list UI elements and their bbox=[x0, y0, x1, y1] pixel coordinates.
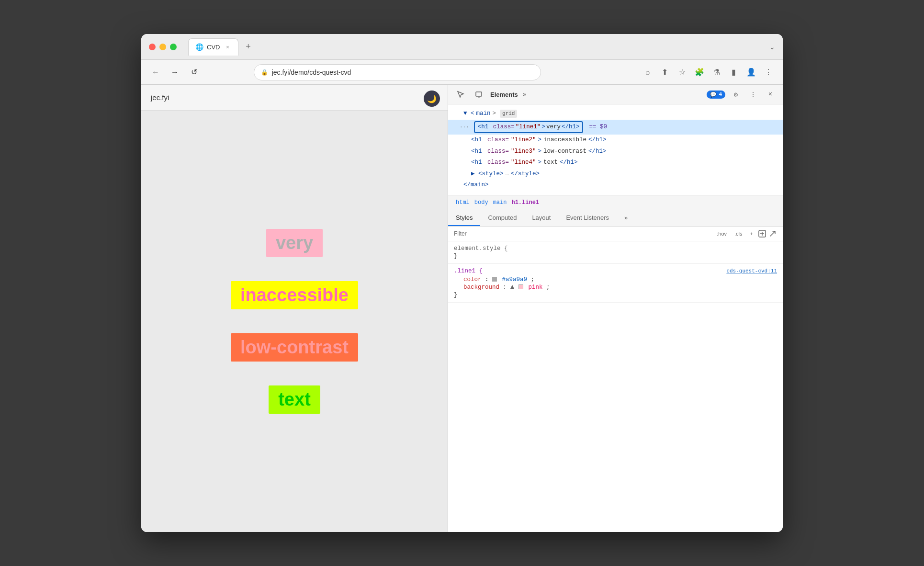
devtools-close-button[interactable]: × bbox=[764, 88, 777, 101]
profile-icon[interactable]: 👤 bbox=[744, 66, 758, 79]
extensions-icon[interactable]: 🧩 bbox=[693, 66, 706, 79]
device-toggle-button[interactable] bbox=[472, 88, 485, 101]
badge-icon: 💬 bbox=[710, 91, 717, 98]
tab-styles[interactable]: Styles bbox=[448, 210, 480, 226]
lock-icon: 🔒 bbox=[261, 69, 268, 76]
add-style-button[interactable]: + bbox=[747, 230, 756, 238]
more-tabs-button[interactable]: » bbox=[523, 91, 527, 98]
background-swatch-box bbox=[518, 284, 523, 289]
tabs-chevron-icon[interactable]: ⌄ bbox=[769, 43, 775, 51]
inspect-style-icon[interactable] bbox=[768, 229, 777, 238]
element-style-rule: element.style { } bbox=[448, 241, 783, 264]
background-prop-colon: : bbox=[503, 284, 510, 291]
dom-line-h1-line4[interactable]: <h1 class="line4" > text </h1> bbox=[448, 157, 783, 169]
sidebar-icon[interactable]: ▮ bbox=[727, 66, 741, 79]
filter-bar: :hov .cls + bbox=[448, 226, 783, 241]
style-tabs: Styles Computed Layout Event Listeners » bbox=[448, 210, 783, 226]
color-prop-colon: : bbox=[485, 276, 492, 283]
filter-input[interactable] bbox=[454, 230, 710, 237]
element-style-selector: element.style { bbox=[454, 245, 777, 252]
background-swatch-icon[interactable] bbox=[518, 284, 529, 291]
tab-title: CVD bbox=[207, 44, 220, 51]
reload-button[interactable]: ↺ bbox=[187, 66, 201, 79]
tab-event-listeners[interactable]: Event Listeners bbox=[558, 210, 617, 226]
svg-rect-0 bbox=[476, 92, 482, 96]
devtools-more-button[interactable]: ⋮ bbox=[746, 88, 760, 101]
breadcrumb-main[interactable]: main bbox=[491, 198, 509, 207]
devtools-settings-button[interactable]: ⚙ bbox=[729, 88, 743, 101]
tab-layout[interactable]: Layout bbox=[524, 210, 558, 226]
toolbar-icons: ⌕ ⬆ ☆ 🧩 ⚗ ▮ 👤 ⋮ bbox=[641, 66, 775, 79]
line1-rule-close: } bbox=[454, 292, 777, 298]
dom-line-h1-line1[interactable]: ··· <h1 class="line1" > very </h1> == $0 bbox=[448, 120, 783, 135]
color-prop-value: #a9a9a9 bbox=[502, 276, 528, 283]
dark-mode-toggle[interactable]: 🌙 bbox=[424, 91, 440, 107]
title-bar: 🌐 CVD × + ⌄ bbox=[141, 34, 783, 60]
page-site-name: jec.fyi bbox=[141, 85, 448, 111]
dom-tree: ▼ <main> grid ··· <h1 class="line1" > ve… bbox=[448, 104, 783, 195]
cls-filter-button[interactable]: .cls bbox=[732, 230, 745, 238]
line1-source[interactable]: cds-quest-cvd:11 bbox=[726, 268, 777, 274]
line1-selector: .line1 { bbox=[454, 268, 483, 274]
search-icon[interactable]: ⌕ bbox=[641, 66, 654, 79]
devtools-right-tools: 💬 4 ⚙ ⋮ × bbox=[707, 88, 777, 101]
tab-more[interactable]: » bbox=[617, 210, 635, 226]
color-property: color : #a9a9a9 ; bbox=[454, 276, 777, 283]
devtools-toolbar: Elements » 💬 4 ⚙ ⋮ × bbox=[448, 85, 783, 104]
page-content: jec.fyi very inaccessible low-contrast t… bbox=[141, 85, 448, 532]
labs-icon[interactable]: ⚗ bbox=[710, 66, 723, 79]
breadcrumb-html[interactable]: html bbox=[454, 198, 472, 207]
background-property: background : pink ; bbox=[454, 284, 777, 291]
word-text: text bbox=[269, 385, 320, 414]
page-body: very inaccessible low-contrast text bbox=[141, 111, 448, 532]
minimize-window-button[interactable] bbox=[159, 44, 166, 50]
content-area: jec.fyi very inaccessible low-contrast t… bbox=[141, 85, 783, 532]
breadcrumb-active[interactable]: h1.line1 bbox=[509, 198, 541, 207]
word-very: very bbox=[266, 229, 323, 257]
background-prop-value: pink bbox=[529, 284, 543, 291]
notifications-badge[interactable]: 💬 4 bbox=[707, 91, 725, 99]
address-bar: ← → ↺ 🔒 jec.fyi/demo/cds-quest-cvd ⌕ ⬆ ☆… bbox=[141, 60, 783, 85]
styles-panel[interactable]: :hov .cls + ele bbox=[448, 226, 783, 532]
color-swatch-icon[interactable] bbox=[492, 276, 502, 283]
back-button[interactable]: ← bbox=[149, 66, 162, 79]
share-icon[interactable]: ⬆ bbox=[658, 66, 672, 79]
bookmark-icon[interactable]: ☆ bbox=[676, 66, 689, 79]
dom-line-main-close[interactable]: </main> bbox=[448, 180, 783, 191]
color-prop-name: color bbox=[463, 276, 482, 283]
forward-button[interactable]: → bbox=[168, 66, 181, 79]
new-style-rule-icon[interactable] bbox=[758, 229, 766, 238]
breadcrumb: html body main h1.line1 bbox=[448, 195, 783, 210]
element-style-close: } bbox=[454, 253, 777, 260]
color-swatch-box bbox=[492, 277, 497, 282]
svg-rect-1 bbox=[478, 97, 480, 98]
dom-line-style[interactable]: ▶ <style> … </style> bbox=[448, 169, 783, 180]
url-bar[interactable]: 🔒 jec.fyi/demo/cds-quest-cvd bbox=[254, 64, 541, 80]
breadcrumb-body[interactable]: body bbox=[473, 198, 490, 207]
line1-style-rule: .line1 { cds-quest-cvd:11 color : #a9a9a… bbox=[448, 264, 783, 303]
tab-favicon-icon: 🌐 bbox=[195, 43, 203, 51]
browser-tab[interactable]: 🌐 CVD × bbox=[188, 38, 238, 56]
word-inaccessible: inaccessible bbox=[231, 281, 358, 309]
hov-filter-button[interactable]: :hov bbox=[714, 230, 730, 238]
moon-icon: 🌙 bbox=[427, 94, 437, 103]
elements-tab[interactable]: Elements bbox=[490, 91, 518, 98]
tab-close-button[interactable]: × bbox=[224, 43, 231, 51]
background-triangle-icon[interactable] bbox=[510, 284, 519, 291]
maximize-window-button[interactable] bbox=[170, 44, 177, 50]
dom-line-h1-line2[interactable]: <h1 class="line2" > inaccessible </h1> bbox=[448, 135, 783, 146]
close-window-button[interactable] bbox=[149, 44, 156, 50]
tab-computed[interactable]: Computed bbox=[480, 210, 524, 226]
badge-count: 4 bbox=[719, 91, 722, 97]
menu-icon[interactable]: ⋮ bbox=[762, 66, 775, 79]
tab-bar: 🌐 CVD × + ⌄ bbox=[188, 38, 775, 56]
traffic-lights bbox=[149, 44, 177, 50]
devtools-panel: Elements » 💬 4 ⚙ ⋮ × ▼ <main> grid bbox=[448, 85, 783, 532]
dom-line-h1-line3[interactable]: <h1 class="line3" > low-contrast </h1> bbox=[448, 146, 783, 158]
dom-line-main[interactable]: ▼ <main> grid bbox=[448, 108, 783, 120]
new-tab-button[interactable]: + bbox=[241, 40, 255, 54]
filter-tools: :hov .cls + bbox=[714, 229, 777, 238]
word-low-contrast: low-contrast bbox=[231, 333, 358, 362]
inspect-element-button[interactable] bbox=[454, 88, 467, 101]
background-prop-name: background bbox=[463, 284, 499, 291]
